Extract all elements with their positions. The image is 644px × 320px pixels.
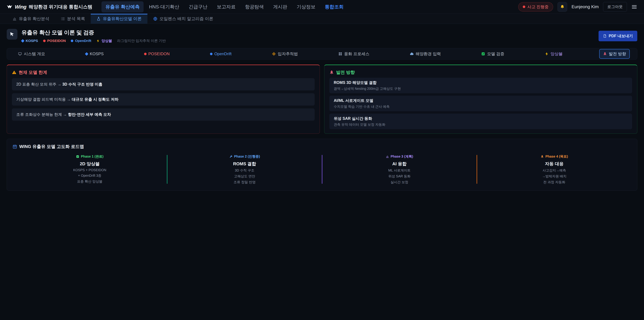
red-dot-icon — [144, 53, 146, 55]
section-nav-particle-tracking[interactable]: 입자추적법 — [268, 49, 302, 59]
badge-ensemble: 앙상블 — [96, 39, 112, 43]
page-title: 유출유 확산 모델 이론 및 검증 — [22, 29, 166, 37]
section-nav-poseidon[interactable]: POSEIDON — [140, 49, 174, 58]
limitations-panel: 현재 모델 한계 2D 표층 확산 모의 위주 → 3D 수직 구조 반영 미흡… — [7, 65, 320, 134]
nav-item-hns[interactable]: HNS·대기확산 — [145, 1, 183, 13]
blue-dot-icon — [71, 40, 73, 42]
directions-title: 발전 방향 — [330, 70, 632, 75]
red-dot-icon — [43, 40, 46, 42]
wrench-icon — [229, 155, 232, 158]
incident-dot-icon — [523, 6, 525, 8]
direction-item: 위성 SAR 실시간 동화 관측 유막 데이터 모델 보정 자동화 — [330, 114, 632, 129]
blue-dot-icon — [210, 53, 212, 55]
list-icon — [61, 17, 65, 21]
check-icon — [481, 52, 485, 56]
model-badge-row: KOSPS POSEIDON OpenDrift 앙상블 라그랑지안 입자추 — [22, 39, 166, 43]
nav-item-integrated-search[interactable]: 통합조회 — [321, 1, 348, 13]
tab-label: 분석 목록 — [67, 16, 85, 22]
phase-badge: Phase 4 (목표) — [540, 154, 568, 159]
notifications-button[interactable] — [558, 2, 567, 12]
bolt-icon — [545, 52, 549, 56]
page-icon-box — [7, 29, 18, 40]
section-nav: 시스템 개요 KOSPS POSEIDON OpenDrift 입자추적법 풍화… — [7, 48, 637, 60]
grid-icon — [338, 52, 342, 56]
check-icon — [76, 155, 79, 158]
nav-item-rescue[interactable]: 긴급구난 — [185, 1, 212, 13]
main-content: 유출유 확산 모델 이론 및 검증 KOSPS POSEIDON OpenDri… — [0, 29, 644, 191]
limitations-title: 현재 모델 한계 — [12, 70, 314, 75]
diamond-icon — [21, 39, 24, 43]
tab-model-theory[interactable]: 유출유확산모델 이론 — [91, 14, 148, 24]
chart-icon — [12, 17, 17, 21]
limitation-item: 조류 조화상수 분해능 한계 → 항만·연안 세부 예측 오차 — [12, 108, 314, 121]
warning-icon — [12, 70, 16, 75]
hamburger-icon — [631, 4, 637, 10]
section-nav-ocean-input[interactable]: 해양환경 입력 — [406, 49, 444, 59]
user-name: Eunjeong Kim — [572, 4, 599, 10]
page-header: 유출유 확산 모델 이론 및 검증 KOSPS POSEIDON OpenDri… — [7, 29, 637, 43]
diamond-icon — [85, 52, 88, 56]
content-panels: 현재 모델 한계 2D 표층 확산 모의 위주 → 3D 수직 구조 반영 미흡… — [7, 65, 637, 134]
limitation-item: 2D 표층 확산 모의 위주 → 3D 수직 구조 반영 미흡 — [12, 78, 314, 91]
section-nav-overview[interactable]: 시스템 개요 — [14, 49, 49, 59]
roadmap-phases: Phase 1 (완료) 2D 앙상블 KOSPS + POSEIDON + O… — [12, 154, 632, 184]
incident-label: 사고 진행중 — [527, 4, 548, 10]
nav-item-spill-forecast[interactable]: 유출유 확산예측 — [102, 1, 144, 13]
badge-kosps: KOSPS — [22, 39, 38, 43]
section-nav-opendrift[interactable]: OpenDrift — [206, 49, 235, 58]
app-title: 해양환경 위기대응 통합시스템 — [29, 4, 92, 10]
section-nav-ensemble[interactable]: 앙상블 — [541, 49, 566, 59]
tab-label: 오일펜스 배치 알고리즘 이론 — [160, 16, 213, 22]
phase-badge: Phase 2 (진행중) — [229, 154, 260, 159]
roadmap-title: WING 유출유 모델 고도화 로드맵 — [12, 144, 632, 150]
section-nav-kosps[interactable]: KOSPS — [82, 49, 107, 58]
cloud-icon — [410, 52, 414, 56]
phase-title: AI 융합 — [322, 161, 477, 167]
tab-oilfence-theory[interactable]: 오일펜스 배치 알고리즘 이론 — [148, 14, 219, 24]
roadmap-panel: WING 유출유 모델 고도화 로드맵 Phase 1 (완료) 2D 앙상블 … — [7, 139, 637, 191]
phase-title: 자동 대응 — [477, 161, 632, 167]
tab-analysis-list[interactable]: 분석 목록 — [55, 14, 91, 24]
logo-text: Wing — [15, 4, 26, 10]
monitor-icon — [18, 52, 22, 56]
rocket-icon — [330, 70, 334, 75]
rocket-icon — [603, 52, 607, 56]
phase-badge: Phase 1 (완료) — [76, 154, 103, 159]
sub-tabbar: 유출유 확산분석 분석 목록 유출유확산모델 이론 오일펜스 배치 알고리즘 이… — [0, 14, 644, 24]
page-title-block: 유출유 확산 모델 이론 및 검증 KOSPS POSEIDON OpenDri… — [22, 29, 166, 43]
atom-icon — [272, 52, 276, 56]
section-nav-validation[interactable]: 모델 검증 — [478, 49, 508, 59]
incident-status-badge[interactable]: 사고 진행중 — [518, 2, 553, 12]
logout-button[interactable]: 로그아웃 — [603, 2, 627, 12]
tab-label: 유출유확산모델 이론 — [103, 16, 142, 22]
badge-opendrift: OpenDrift — [71, 39, 91, 43]
tab-spill-analysis[interactable]: 유출유 확산분석 — [7, 14, 55, 24]
document-icon — [603, 34, 607, 38]
roadmap-phase-2: Phase 2 (진행중) ROMS 결합 3D 수직 구조 고해상도 연안 조… — [167, 154, 322, 184]
page-header-left: 유출유 확산 모델 이론 및 검증 KOSPS POSEIDON OpenDri… — [7, 29, 166, 43]
menu-button[interactable] — [631, 4, 637, 10]
main-nav: 유출유 확산예측 HNS·대기확산 긴급구난 보고자료 항공탐색 게시판 기상정… — [102, 1, 348, 13]
page-subtitle: 라그랑지안 입자추적 이론 기반 — [117, 39, 166, 43]
section-nav-future[interactable]: 발전 방향 — [599, 49, 630, 59]
topbar-right: 사고 진행중 Eunjeong Kim 로그아웃 — [518, 2, 637, 12]
flask-icon — [96, 17, 101, 21]
section-nav-weathering[interactable]: 풍화 프로세스 — [334, 49, 373, 59]
badge-poseidon: POSEIDON — [43, 39, 66, 43]
nav-item-board[interactable]: 게시판 — [269, 1, 291, 13]
pdf-export-button[interactable]: PDF 내보내기 — [598, 31, 637, 41]
roadmap-phase-3: Phase 3 (계획) AI 융합 ML 서로게이트 위성 SAR 동화 실시… — [322, 154, 477, 184]
nav-item-reports[interactable]: 보고자료 — [213, 1, 240, 13]
app-logo[interactable]: Wing 해양환경 위기대응 통합시스템 — [7, 4, 92, 10]
roadmap-phase-1: Phase 1 (완료) 2D 앙상블 KOSPS + POSEIDON + O… — [12, 154, 167, 184]
tab-label: 유출유 확산분석 — [19, 16, 49, 22]
nav-item-air-search[interactable]: 항공탐색 — [241, 1, 268, 13]
phase-title: ROMS 결합 — [167, 161, 322, 167]
nav-item-weather[interactable]: 기상정보 — [293, 1, 320, 13]
wing-logo-icon — [7, 4, 12, 10]
rocket-icon — [540, 155, 544, 158]
limitation-item: 기상해양 결합 피드백 미적용 → 대규모 유출 시 정확도 저하 — [12, 93, 314, 106]
direction-item: ROMS 3D 해양모델 결합 광역→상세역 Nesting 200m급 고해상… — [330, 78, 632, 93]
chart-icon — [386, 155, 389, 158]
directions-panel: 발전 방향 ROMS 3D 해양모델 결합 광역→상세역 Nesting 200… — [324, 65, 637, 134]
